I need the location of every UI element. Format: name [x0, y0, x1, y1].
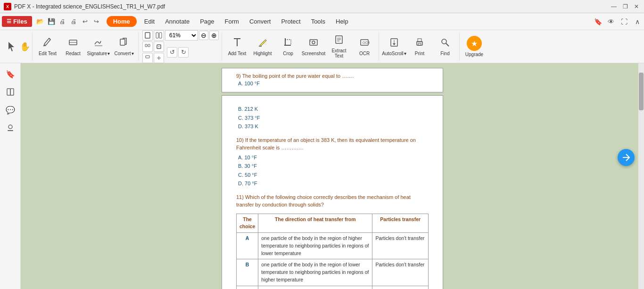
svg-point-22: [312, 41, 315, 44]
page-layout-4[interactable]: [154, 53, 164, 63]
row-c-direction: one particle of the body in the region o…: [258, 286, 372, 289]
stamp-icon[interactable]: 🖨: [58, 17, 68, 27]
q9-answer-a: A. 100 °F: [238, 81, 429, 86]
redact-button[interactable]: Redact: [61, 33, 85, 60]
q11-text: 11) Which of the following choice correc…: [236, 193, 429, 209]
page-grid: [142, 41, 164, 63]
window-controls: — ❐ ✕: [610, 3, 640, 10]
zoom-out-button[interactable]: ⊖: [199, 31, 208, 40]
minimize-button[interactable]: —: [610, 3, 618, 10]
sidebar-pages-icon[interactable]: [3, 85, 17, 99]
files-menu[interactable]: ☰ Files: [2, 16, 32, 27]
annotate-menu[interactable]: Annotate: [160, 16, 194, 27]
zoom-in-button[interactable]: ⊕: [209, 31, 219, 40]
sidebar-bookmark-icon[interactable]: 🔖: [3, 67, 17, 81]
svg-rect-10: [145, 44, 147, 47]
svg-point-13: [158, 46, 159, 47]
convert-menu[interactable]: Convert: [245, 16, 276, 27]
screenshot-icon: [308, 37, 319, 50]
signature-button[interactable]: Signature▾: [86, 33, 111, 60]
edit-text-button[interactable]: Edit Text: [35, 33, 60, 60]
row-b-choice: B: [237, 259, 258, 286]
zoom-section: 61% 50% 75% 100% 125% 150% ⊖ ⊕: [140, 33, 222, 61]
protect-menu[interactable]: Protect: [276, 16, 305, 27]
highlight-button[interactable]: Highlight: [250, 33, 275, 60]
expand-icon[interactable]: ⛶: [619, 17, 629, 26]
eye-icon[interactable]: 👁: [606, 17, 616, 26]
ocr-button[interactable]: OCR OCR: [352, 33, 377, 60]
page-menu[interactable]: Page: [195, 16, 219, 27]
add-text-button[interactable]: Add Text: [225, 33, 249, 60]
close-button[interactable]: ✕: [633, 3, 640, 10]
hand-tool[interactable]: ✋: [20, 41, 30, 52]
svg-rect-41: [8, 130, 13, 131]
chevron-up-icon[interactable]: ∧: [633, 17, 642, 26]
redo-icon[interactable]: ↪: [91, 17, 102, 27]
q10-d: D. 70 °F: [238, 180, 429, 188]
scrollbar-thumb[interactable]: [639, 73, 644, 110]
menubar-right: 🔖 👁 ⛶ ∧: [593, 17, 642, 26]
rotate-cw-icon[interactable]: ↻: [178, 47, 189, 58]
convert-button[interactable]: Convert▾: [112, 33, 136, 60]
autoscroll-button[interactable]: AutoScroll▾: [382, 33, 406, 60]
home-menu[interactable]: Home: [107, 16, 137, 27]
edit-menu[interactable]: Edit: [140, 16, 159, 27]
q10-a: A. 10 °F: [238, 154, 429, 162]
screenshot-button[interactable]: Screenshot: [301, 33, 326, 60]
page-layout-2[interactable]: [154, 41, 164, 52]
titlebar: X PDF X - Integrated science_ENGLISHSec1…: [0, 0, 644, 13]
find-button[interactable]: Find: [433, 33, 457, 60]
help-menu[interactable]: Help: [331, 16, 353, 27]
page-layout-3[interactable]: [142, 53, 153, 63]
select-section: ✋: [4, 33, 33, 61]
select-tool[interactable]: [6, 33, 19, 60]
right-scrollbar[interactable]: [638, 63, 644, 289]
page-layout-1[interactable]: [142, 41, 153, 52]
svg-line-37: [446, 43, 449, 46]
sidebar-stamp-icon[interactable]: [3, 121, 17, 135]
layout-double-icon[interactable]: [154, 30, 164, 41]
edit-text-icon: [42, 37, 53, 50]
row-a-direction: one particle of the body in the region o…: [258, 233, 372, 259]
upgrade-button[interactable]: ★ Upgrade: [461, 33, 488, 60]
undo-icon[interactable]: ↩: [80, 17, 91, 27]
zoom-controls: 61% 50% 75% 100% 125% 150% ⊖ ⊕: [142, 30, 219, 41]
pdf-scroll-area[interactable]: 9) The boiling point of the pure water e…: [21, 63, 644, 289]
app-icon: X: [4, 3, 11, 10]
print-icon[interactable]: 🖨: [69, 17, 79, 27]
upgrade-icon: ★: [467, 36, 482, 51]
sidebar-comment-icon[interactable]: 💬: [3, 103, 17, 117]
tools-menu[interactable]: Tools: [306, 16, 330, 27]
bookmark-icon[interactable]: 🔖: [593, 17, 603, 26]
main-content: 9) The boiling point of the pure water e…: [21, 63, 644, 289]
open-icon[interactable]: 📂: [35, 17, 45, 27]
svg-rect-7: [145, 33, 150, 38]
annotation-section: Add Text Highlight Crop Screenshot Extra…: [223, 33, 379, 61]
floating-action-button[interactable]: [618, 149, 635, 166]
layout-single-icon[interactable]: [142, 30, 153, 41]
save-icon[interactable]: 💾: [46, 17, 57, 27]
svg-text:OCR: OCR: [363, 41, 370, 44]
row-c-transfer: Particles transfer at the same direction…: [372, 286, 429, 289]
svg-rect-6: [120, 39, 125, 45]
utility-section: AutoScroll▾ Print Find: [380, 33, 460, 61]
q11-table: The choice The direction of heat transfe…: [236, 214, 429, 289]
table-row: C one particle of the body in the region…: [237, 286, 429, 289]
signature-icon: [93, 37, 104, 50]
svg-line-1: [49, 38, 50, 40]
svg-marker-0: [8, 42, 14, 51]
print-button[interactable]: Print: [407, 33, 432, 60]
table-header-choice: The choice: [237, 214, 258, 233]
table-row: A one particle of the body in the region…: [237, 233, 429, 259]
q9-b: B. 212 K: [238, 105, 429, 113]
row-b-direction: one particle of the body in the region o…: [258, 259, 372, 286]
crop-button[interactable]: Crop: [276, 33, 300, 60]
form-menu[interactable]: Form: [220, 16, 244, 27]
extract-text-button[interactable]: Extract Text: [327, 33, 351, 60]
zoom-select[interactable]: 61% 50% 75% 100% 125% 150%: [165, 30, 198, 41]
q9-text: 9) The boiling point of the pure water e…: [236, 73, 429, 79]
maximize-button[interactable]: ❐: [621, 3, 629, 10]
rotate-ccw-icon[interactable]: ↺: [167, 47, 177, 58]
table-header-direction: The direction of heat transfer from: [258, 214, 372, 233]
pdf-page-top-fragment: 9) The boiling point of the pure water e…: [222, 68, 443, 92]
